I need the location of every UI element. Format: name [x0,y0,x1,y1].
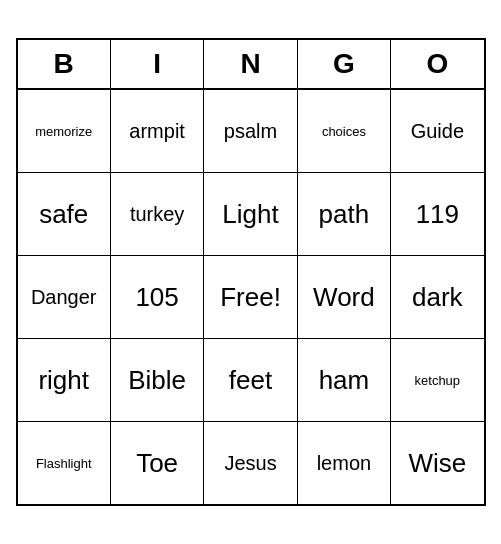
grid-row-1: safeturkeyLightpath119 [18,173,484,256]
header-cell-i: I [111,40,204,88]
grid-cell-4-4: Wise [391,422,483,504]
grid-cell-0-4: Guide [391,90,483,172]
grid-cell-3-1: Bible [111,339,204,421]
grid-cell-2-2: Free! [204,256,297,338]
header-cell-g: G [298,40,391,88]
grid-cell-1-0: safe [18,173,111,255]
grid-row-3: rightBiblefeethamketchup [18,339,484,422]
bingo-card: BINGO memorizearmpitpsalmchoicesGuidesaf… [16,38,486,506]
header-cell-b: B [18,40,111,88]
header-row: BINGO [18,40,484,90]
grid-cell-4-0: Flashlight [18,422,111,504]
header-cell-o: O [391,40,483,88]
grid-cell-2-1: 105 [111,256,204,338]
grid-row-0: memorizearmpitpsalmchoicesGuide [18,90,484,173]
grid-cell-4-1: Toe [111,422,204,504]
grid-cell-2-4: dark [391,256,483,338]
grid-cell-0-1: armpit [111,90,204,172]
grid-cell-1-4: 119 [391,173,483,255]
grid-cell-0-0: memorize [18,90,111,172]
grid-cell-0-3: choices [298,90,391,172]
grid-cell-3-0: right [18,339,111,421]
grid-cell-1-3: path [298,173,391,255]
grid-cell-2-0: Danger [18,256,111,338]
grid-cell-1-2: Light [204,173,297,255]
grid-cell-3-3: ham [298,339,391,421]
grid-cell-2-3: Word [298,256,391,338]
grid-cell-4-3: lemon [298,422,391,504]
grid-cell-3-2: feet [204,339,297,421]
header-cell-n: N [204,40,297,88]
grid-cell-1-1: turkey [111,173,204,255]
grid-cell-4-2: Jesus [204,422,297,504]
grid-cell-0-2: psalm [204,90,297,172]
grid-row-2: Danger105Free!Worddark [18,256,484,339]
grid-row-4: FlashlightToeJesuslemonWise [18,422,484,504]
grid-cell-3-4: ketchup [391,339,483,421]
